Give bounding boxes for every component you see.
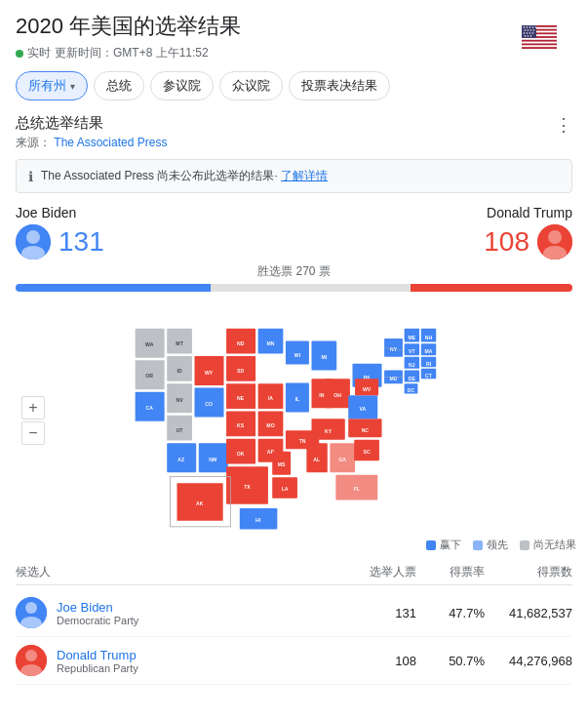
svg-text:★: ★	[529, 34, 532, 38]
update-time: 更新时间：GMT+8 上午11:52	[55, 45, 209, 61]
live-indicator: 实时 更新时间：GMT+8 上午11:52	[16, 45, 572, 61]
header-candidate: 候选人	[16, 564, 338, 580]
trump-cell: Donald Trump Republican Party	[16, 645, 338, 676]
legend-won-dot	[426, 540, 436, 550]
info-link[interactable]: 了解详情	[281, 169, 328, 182]
gap-bar	[211, 284, 412, 292]
biden-avatar	[16, 224, 51, 260]
svg-rect-46	[195, 388, 224, 418]
progress-container: 胜选票 270 票	[16, 263, 572, 292]
svg-rect-88	[312, 419, 345, 439]
svg-rect-40	[167, 383, 192, 413]
legend-leading-label: 领先	[487, 538, 508, 552]
trump-avatar	[537, 224, 572, 260]
legend-no-result: 尚无结果	[520, 538, 576, 552]
svg-rect-118	[405, 357, 419, 369]
svg-rect-44	[195, 356, 224, 385]
svg-rect-120	[405, 371, 419, 382]
biden-row-pct: 47.7%	[416, 606, 485, 620]
trump-bar	[411, 284, 572, 292]
map-controls: + −	[21, 396, 45, 445]
tab-all-states[interactable]: 所有州 ▾	[16, 71, 88, 100]
biden-bar	[16, 284, 211, 292]
svg-rect-100	[354, 440, 379, 460]
svg-rect-52	[226, 329, 255, 354]
svg-rect-74	[286, 382, 309, 412]
table-row: Donald Trump Republican Party 108 50.7% …	[16, 637, 572, 685]
legend-no-result-label: 尚无结果	[533, 538, 576, 552]
biden-row-party: Democratic Party	[57, 615, 138, 626]
tab-house[interactable]: 众议院	[219, 71, 283, 100]
trump-row-name[interactable]: Donald Trump	[57, 648, 138, 662]
svg-rect-78	[272, 452, 291, 475]
tab-president[interactable]: 总统	[94, 71, 144, 100]
svg-rect-106	[405, 329, 419, 342]
svg-rect-62	[226, 466, 268, 504]
svg-rect-34	[136, 392, 165, 421]
page-title: 2020 年美国的选举结果	[16, 12, 572, 41]
table-row: Joe Biden Democratic Party 131 47.7% 41,…	[16, 589, 572, 637]
svg-point-25	[26, 230, 40, 244]
trump-row-electoral: 108	[338, 654, 416, 668]
trump-row-votes: 44,276,968	[485, 654, 572, 668]
map-container: + − WA OR CA MT ID NV UT WY CO AZ	[12, 303, 576, 538]
results-table: 候选人 选举人票 得票率 得票数 Joe Biden Democratic Pa…	[16, 560, 572, 685]
trump-row-pct: 50.7%	[416, 654, 485, 668]
info-banner: ℹ The Associated Press 尚未公布此选举的结果· 了解详情	[16, 159, 572, 193]
progress-bar	[16, 284, 572, 292]
svg-point-28	[548, 230, 562, 244]
threshold-label: 胜选票 270 票	[16, 263, 572, 280]
legend-won: 赢下	[426, 538, 461, 552]
svg-rect-38	[167, 356, 192, 381]
biden-cell: Joe Biden Democratic Party	[16, 597, 338, 628]
svg-rect-126	[355, 379, 378, 395]
svg-rect-110	[421, 329, 436, 342]
svg-point-136	[25, 602, 37, 614]
svg-rect-98	[348, 419, 381, 437]
legend-leading-dot	[473, 540, 483, 550]
us-flag-icon: ★★★★★ ★★★★ ★★★★ ★★★	[522, 25, 557, 49]
legend-won-label: 赢下	[440, 538, 461, 552]
svg-rect-64	[258, 329, 284, 354]
svg-rect-112	[421, 343, 436, 355]
more-options-button[interactable]: ⋮	[555, 114, 572, 136]
svg-rect-116	[421, 369, 436, 379]
live-dot	[16, 50, 23, 58]
info-icon: ℹ	[28, 169, 33, 184]
biden-info: Joe Biden Democratic Party	[57, 600, 138, 626]
section-source: 来源： The Associated Press	[16, 135, 572, 151]
tabs-container: 所有州 ▾ 总统 参议院 众议院 投票表决结果	[16, 71, 572, 100]
biden-row-votes: 41,682,537	[485, 606, 572, 620]
svg-point-139	[25, 650, 37, 661]
biden-row-avatar	[16, 597, 47, 628]
table-header: 候选人 选举人票 得票率 得票数	[16, 560, 572, 585]
svg-rect-48	[167, 443, 196, 472]
svg-rect-104	[384, 339, 403, 357]
svg-rect-68	[258, 412, 284, 437]
map-section: + − WA OR CA MT ID NV UT WY CO AZ	[12, 303, 576, 552]
header-pct: 得票率	[416, 564, 485, 580]
info-text: The Associated Press 尚未公布此选举的结果· 了解详情	[41, 168, 328, 184]
svg-rect-42	[167, 416, 192, 441]
trump-info: Donald Trump Republican Party	[57, 648, 138, 674]
svg-rect-60	[226, 439, 255, 464]
header-votes: 得票数	[485, 564, 572, 580]
svg-rect-32	[136, 360, 165, 389]
source-link[interactable]: The Associated Press	[54, 136, 167, 149]
svg-rect-128	[177, 483, 223, 521]
svg-rect-50	[199, 443, 228, 472]
svg-rect-82	[312, 341, 337, 371]
biden-row-electoral: 131	[338, 606, 416, 620]
svg-rect-92	[330, 443, 355, 472]
tab-ballot[interactable]: 投票表决结果	[289, 71, 390, 100]
svg-rect-54	[226, 356, 255, 381]
biden-name: Joe Biden	[16, 205, 104, 220]
svg-rect-4	[522, 38, 557, 40]
tab-senate[interactable]: 参议院	[150, 71, 214, 100]
svg-rect-30	[136, 329, 165, 358]
svg-rect-5	[522, 42, 557, 44]
live-label: 实时	[27, 45, 51, 61]
biden-row-name[interactable]: Joe Biden	[57, 600, 138, 615]
zoom-in-button[interactable]: +	[21, 396, 45, 419]
zoom-out-button[interactable]: −	[21, 421, 45, 445]
